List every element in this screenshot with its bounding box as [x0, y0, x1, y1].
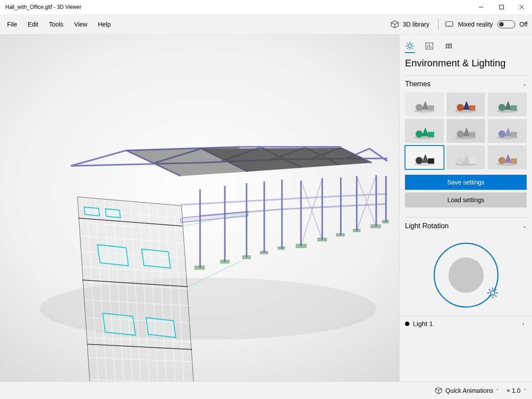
menu-file[interactable]: File	[2, 18, 23, 31]
light-rotation-dial[interactable]	[431, 240, 501, 311]
svg-rect-94	[428, 105, 434, 111]
svg-line-134	[489, 289, 490, 291]
chevron-left-icon: ⌄	[521, 322, 528, 326]
svg-rect-102	[511, 105, 517, 111]
menu-bar: File Edit Tools View Help 3D library Mix…	[0, 14, 532, 35]
svg-point-120	[457, 157, 464, 164]
grid-icon	[444, 42, 453, 50]
cube-icon	[390, 20, 399, 28]
theme-tile-7[interactable]	[447, 146, 486, 169]
themes-grid	[400, 92, 532, 175]
3d-model	[0, 35, 399, 381]
menu-right: 3D library Mixed reality Off	[388, 19, 528, 30]
zoom-value: × 1.0	[506, 387, 520, 394]
close-button[interactable]	[512, 0, 532, 14]
svg-marker-125	[505, 154, 512, 163]
svg-point-108	[457, 130, 464, 138]
svg-marker-57	[105, 209, 120, 218]
svg-rect-110	[469, 132, 475, 137]
menu-left: File Edit Tools View Help	[2, 18, 116, 31]
window-title: Hall_with_Office.gltf - 3D Viewer	[5, 4, 81, 10]
theme-tile-4[interactable]	[447, 119, 486, 143]
theme-tile-8[interactable]	[488, 146, 527, 169]
svg-marker-117	[422, 154, 429, 163]
menu-tools[interactable]: Tools	[44, 18, 69, 31]
chevron-down-icon: ⌄	[522, 81, 527, 87]
section-rotation-header[interactable]: Light Rotation ⌄	[400, 218, 532, 234]
chevron-up-icon: ⌃	[523, 388, 527, 393]
svg-rect-106	[428, 132, 434, 137]
theme-tile-3[interactable]	[405, 119, 444, 143]
svg-point-104	[416, 130, 423, 138]
svg-rect-118	[428, 158, 434, 164]
load-settings-button[interactable]: Load settings	[405, 192, 527, 207]
chevron-down-icon: ⌄	[522, 223, 527, 229]
sidebar-tabs	[400, 35, 532, 52]
theme-tile-0[interactable]	[405, 92, 444, 116]
save-settings-button[interactable]: Save settings	[405, 175, 527, 190]
theme-tile-2[interactable]	[488, 92, 527, 116]
mixed-reality-state: Off	[520, 21, 528, 28]
window-controls	[471, 0, 532, 14]
theme-tile-6[interactable]	[405, 146, 444, 169]
theme-tile-5[interactable]	[488, 119, 527, 143]
mixed-reality-section: Mixed reality Off	[445, 20, 528, 28]
light-color-dot	[405, 322, 409, 326]
cube-wireframe-icon	[435, 387, 443, 394]
minimize-button[interactable]	[471, 0, 491, 14]
panel-title: Environment & Lighting	[400, 52, 532, 75]
svg-marker-61	[146, 318, 176, 338]
maximize-button[interactable]	[491, 0, 512, 14]
3d-library-button[interactable]: 3D library	[388, 19, 432, 30]
sidebar: Environment & Lighting Themes ⌄ Save set…	[399, 35, 532, 381]
theme-tile-1[interactable]	[447, 92, 486, 116]
svg-line-135	[495, 295, 496, 297]
sun-icon	[405, 42, 414, 50]
3d-viewport[interactable]	[0, 35, 399, 381]
svg-rect-114	[511, 132, 517, 137]
main-area: Environment & Lighting Themes ⌄ Save set…	[0, 35, 532, 381]
menu-edit[interactable]: Edit	[23, 18, 44, 31]
themes-label: Themes	[405, 80, 431, 88]
svg-rect-1	[500, 5, 504, 9]
quick-animations-label: Quick Animations	[445, 387, 493, 394]
svg-point-92	[416, 104, 423, 111]
mixed-reality-toggle[interactable]	[497, 20, 515, 28]
svg-rect-122	[469, 158, 475, 164]
light-1-label: Light 1	[413, 320, 433, 327]
svg-point-116	[416, 157, 423, 164]
svg-marker-33	[77, 197, 195, 381]
svg-rect-126	[511, 158, 517, 164]
zoom-control[interactable]: × 1.0 ⌃	[506, 387, 527, 394]
status-bar: Quick Animations ⌃ × 1.0 ⌃	[0, 381, 532, 399]
menu-help[interactable]: Help	[93, 18, 116, 31]
light-1-row[interactable]: Light 1 ⌄	[400, 316, 532, 331]
svg-point-128	[448, 257, 484, 293]
svg-marker-121	[463, 154, 470, 163]
section-themes-header[interactable]: Themes ⌄	[400, 76, 532, 92]
svg-line-83	[407, 43, 408, 44]
svg-point-112	[498, 130, 505, 138]
svg-point-96	[457, 104, 464, 111]
svg-line-85	[407, 48, 408, 49]
3d-library-label: 3D library	[403, 21, 429, 28]
tab-lighting[interactable]	[405, 40, 415, 52]
stats-icon	[425, 42, 434, 50]
title-bar: Hall_with_Office.gltf - 3D Viewer	[0, 0, 532, 14]
svg-line-84	[412, 48, 413, 49]
svg-point-124	[498, 157, 505, 164]
quick-animations-button[interactable]: Quick Animations ⌃	[435, 387, 499, 394]
divider	[438, 19, 439, 30]
svg-point-129	[490, 291, 495, 295]
menu-view[interactable]: View	[69, 18, 93, 31]
svg-marker-101	[505, 101, 512, 110]
svg-marker-109	[463, 127, 470, 136]
svg-point-78	[408, 44, 412, 48]
svg-line-137	[495, 289, 496, 291]
svg-marker-32	[126, 147, 248, 176]
tab-grid[interactable]	[444, 40, 454, 52]
svg-point-100	[498, 104, 505, 111]
svg-marker-56	[84, 207, 100, 216]
chevron-up-icon: ⌃	[496, 388, 499, 393]
tab-stats[interactable]	[424, 40, 434, 52]
